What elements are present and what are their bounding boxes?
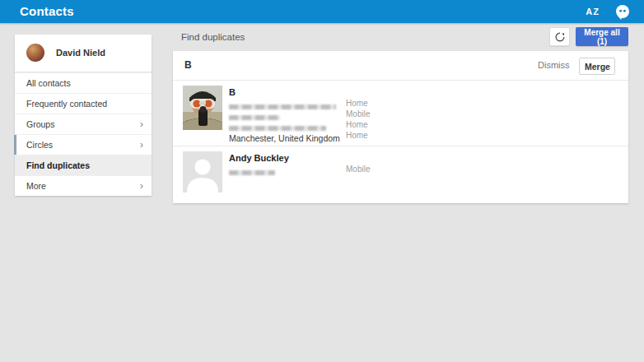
sidebar-item-find-duplicates[interactable]: Find duplicates — [15, 155, 152, 175]
contact-photo-placeholder — [183, 151, 222, 193]
sidebar-item-groups[interactable]: Groups › — [15, 114, 152, 134]
feedback-icon[interactable]: ●● — [616, 5, 629, 18]
duplicates-card: B Dismiss Merge — [173, 51, 628, 203]
sidebar-item-circles[interactable]: Circles › — [15, 134, 152, 155]
chevron-right-icon: › — [140, 176, 143, 195]
contact-name: B — [229, 87, 236, 97]
refresh-button[interactable] — [549, 27, 570, 46]
sidebar-item-all-contacts[interactable]: All contacts — [15, 72, 152, 93]
dismiss-button[interactable]: Dismiss — [538, 51, 570, 80]
detail-label: Home — [346, 130, 368, 141]
contact-details: Mobile — [229, 164, 509, 174]
redacted-phone-value — [229, 170, 275, 175]
detail-line: Home — [229, 98, 509, 109]
sidebar-item-more[interactable]: More › — [15, 175, 152, 196]
chevron-right-icon: › — [140, 135, 143, 154]
duplicate-contact-row[interactable]: B Home Mobile Home Manchester, United Ki… — [173, 81, 628, 146]
detail-label: Mobile — [346, 164, 370, 174]
sidebar-item-label: More — [26, 181, 46, 191]
duplicate-contact-row[interactable]: Andy Buckley Mobile — [173, 146, 628, 203]
refresh-icon — [555, 32, 565, 42]
user-avatar — [26, 44, 44, 62]
detail-line: Home — [229, 119, 509, 130]
merge-button[interactable]: Merge — [579, 58, 615, 75]
contact-details: Home Mobile Home Manchester, United King… — [229, 98, 509, 141]
contact-photo-image — [183, 86, 222, 130]
top-app-bar: Contacts AZ ●● — [0, 0, 644, 23]
detail-line: Mobile — [229, 109, 509, 119]
group-letter: B — [184, 51, 192, 80]
sidebar-item-frequently-contacted[interactable]: Frequently contacted — [15, 93, 152, 114]
chevron-right-icon: › — [140, 114, 143, 133]
page-title: Find duplicates — [181, 32, 245, 42]
app-window: Contacts AZ ●● David Nield All contacts … — [0, 0, 644, 362]
user-name: David Nield — [56, 35, 105, 72]
app-title: Contacts — [20, 0, 74, 23]
contact-name: Andy Buckley — [229, 153, 289, 163]
sidebar-item-label: Circles — [26, 140, 53, 150]
contact-photo — [183, 86, 222, 130]
sidebar-item-label: Groups — [26, 119, 54, 129]
sort-az-icon[interactable]: AZ — [586, 0, 600, 23]
address-value: Manchester, United Kingdom — [229, 133, 340, 143]
sidebar-item-label: Find duplicates — [26, 160, 90, 170]
detail-line: Mobile — [229, 164, 509, 174]
detail-line: Manchester, United Kingdom Home — [229, 130, 509, 141]
selected-item-indicator — [14, 135, 16, 155]
card-header: B Dismiss Merge — [173, 51, 628, 81]
person-silhouette-icon — [183, 151, 222, 193]
detail-label: Mobile — [346, 109, 370, 119]
feedback-icon-dots: ●● — [616, 5, 629, 18]
sidebar-item-label: All contacts — [26, 78, 71, 88]
detail-label: Home — [346, 98, 368, 109]
merge-all-button[interactable]: Merge all (1) — [576, 27, 628, 46]
detail-label: Home — [346, 119, 368, 130]
sidebar: David Nield All contacts Frequently cont… — [15, 35, 152, 196]
profile-section: David Nield — [15, 35, 152, 72]
sidebar-item-label: Frequently contacted — [26, 99, 107, 109]
